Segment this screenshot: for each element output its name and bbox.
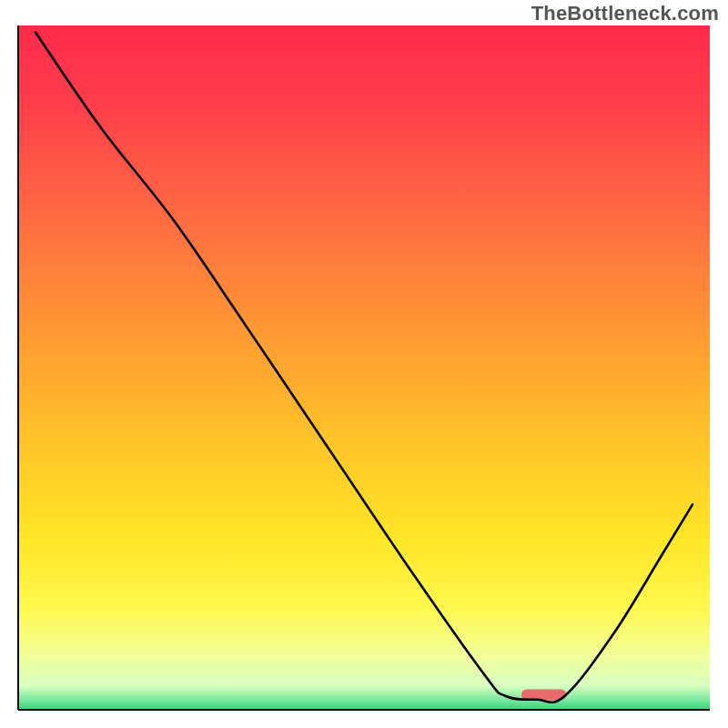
- chart-background: [18, 25, 710, 710]
- bottleneck-chart: [0, 0, 728, 728]
- chart-container: TheBottleneck.com: [0, 0, 728, 728]
- plot-area: [18, 25, 710, 710]
- watermark-text: TheBottleneck.com: [531, 2, 719, 25]
